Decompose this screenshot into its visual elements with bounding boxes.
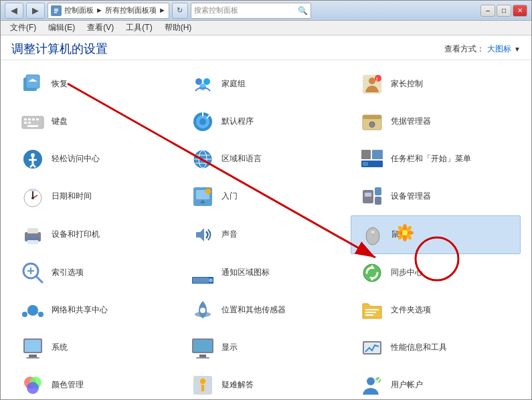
network-sharing-icon — [19, 297, 46, 324]
grid-item-color-mgmt[interactable]: 颜色管理 — [11, 367, 181, 399]
grid-scroll[interactable]: 恢复家庭组!家长控制键盘默认程序凭据管理器轻松访问中心区域和语言任务栏和「开始」… — [1, 60, 531, 399]
grid-item-intro[interactable]: 入门 — [181, 178, 351, 215]
system-icon — [19, 334, 46, 361]
menu-bar: 文件(F) 编辑(E) 查看(V) 工具(T) 帮助(H) — [1, 21, 531, 35]
grid-item-credentials[interactable]: 凭据管理器 — [351, 103, 521, 140]
refresh-button[interactable]: ↻ — [172, 3, 188, 19]
main-window: ◀ ▶ 控制面板 ► 所有控制面板项 ► ↻ 搜索控制面板 🔍 – □ ✕ — [0, 0, 532, 400]
grid-item-performance[interactable]: 性能信息和工具 — [351, 329, 521, 367]
grid-item-taskbar-start[interactable]: 任务栏和「开始」菜单 — [351, 140, 521, 178]
svg-point-108 — [200, 379, 205, 384]
svg-rect-46 — [29, 189, 36, 191]
grid-item-user-accounts[interactable]: 用户帐户 — [351, 367, 521, 399]
svg-rect-97 — [26, 357, 39, 359]
title-bar: ◀ ▶ 控制面板 ► 所有控制面板项 ► ↻ 搜索控制面板 🔍 – □ ✕ — [1, 1, 531, 21]
taskbar-start-icon — [359, 146, 385, 173]
svg-rect-58 — [27, 228, 38, 233]
grid-item-label-notify-icons: 通知区域图标 — [221, 268, 270, 278]
svg-rect-17 — [36, 118, 39, 120]
grid-item-sync-center[interactable]: 同步中心 — [351, 254, 521, 292]
minimize-button[interactable]: – — [480, 5, 495, 17]
svg-point-7 — [203, 78, 210, 85]
grid-item-label-devices-printers: 设备和打印机 — [52, 229, 100, 240]
svg-rect-93 — [365, 314, 373, 316]
svg-rect-60 — [26, 237, 39, 240]
grid-item-location-sensors[interactable]: 位置和其他传感器 — [181, 292, 351, 329]
svg-rect-1 — [54, 9, 58, 10]
view-label: 查看方式： — [444, 43, 484, 55]
close-button[interactable]: ✕ — [513, 5, 527, 17]
svg-point-90 — [200, 308, 205, 313]
back-button[interactable]: ◀ — [5, 3, 23, 19]
grid-item-label-default-programs: 默认程序 — [221, 116, 254, 127]
svg-rect-20 — [27, 125, 38, 127]
svg-point-49 — [31, 197, 34, 199]
grid-item-datetime[interactable]: 日期和时间 — [11, 178, 181, 215]
svg-rect-42 — [361, 150, 371, 159]
menu-edit[interactable]: 编辑(E) — [43, 21, 80, 35]
grid-item-devices-printers[interactable]: 设备和打印机 — [11, 215, 181, 254]
grid-item-mouse[interactable]: 鼠标 — [351, 215, 521, 254]
forward-button[interactable]: ▶ — [26, 3, 45, 19]
menu-file[interactable]: 文件(F) — [5, 21, 41, 35]
svg-point-10 — [369, 78, 375, 84]
mouse-icon — [359, 221, 386, 248]
svg-line-75 — [36, 276, 42, 282]
grid-item-index[interactable]: 索引选项 — [11, 254, 181, 292]
performance-icon — [359, 334, 385, 361]
menu-view[interactable]: 查看(V) — [82, 21, 119, 35]
svg-point-73 — [402, 230, 408, 235]
address-bar[interactable]: 控制面板 ► 所有控制面板项 ► — [48, 3, 169, 19]
svg-rect-55 — [375, 197, 381, 205]
svg-rect-29 — [371, 125, 373, 128]
grid-item-device-manager[interactable]: 设备管理器 — [351, 178, 521, 215]
grid-item-parental[interactable]: !家长控制 — [351, 66, 521, 103]
svg-point-23 — [199, 118, 206, 125]
grid-item-homegroup[interactable]: 家庭组 — [181, 66, 351, 103]
grid-item-notify-icons[interactable]: 通知区域图标 — [181, 254, 351, 292]
svg-point-85 — [22, 312, 27, 317]
intro-icon — [189, 183, 216, 210]
grid-item-ease-access[interactable]: 轻松访问中心 — [11, 140, 181, 178]
grid-item-keyboard[interactable]: 键盘 — [11, 103, 181, 140]
grid-item-label-location-sensors: 位置和其他传感器 — [221, 305, 286, 316]
control-panel-grid: 恢复家庭组!家长控制键盘默认程序凭据管理器轻松访问中心区域和语言任务栏和「开始」… — [11, 66, 521, 399]
grid-item-restore[interactable]: 恢复 — [11, 66, 181, 103]
titlebar-controls: – □ ✕ — [480, 5, 527, 17]
maximize-button[interactable]: □ — [497, 5, 511, 17]
notify-icons-icon — [189, 260, 216, 286]
grid-item-region-lang[interactable]: 区域和语言 — [181, 140, 351, 178]
svg-point-86 — [38, 312, 43, 317]
svg-rect-54 — [375, 187, 381, 195]
svg-point-106 — [27, 382, 39, 394]
svg-rect-56 — [365, 193, 371, 197]
svg-rect-2 — [54, 10, 58, 11]
menu-help[interactable]: 帮助(H) — [159, 21, 197, 35]
grid-item-label-troubleshoot: 疑难解答 — [221, 380, 254, 391]
title-bar-left: ◀ ▶ 控制面板 ► 所有控制面板项 ► ↻ 搜索控制面板 🔍 — [5, 3, 311, 19]
grid-item-troubleshoot[interactable]: 疑难解答 — [181, 367, 351, 399]
grid-item-label-ease-access: 轻松访问中心 — [52, 154, 100, 165]
address-icon — [51, 5, 62, 16]
menu-tools[interactable]: 工具(T) — [120, 21, 157, 35]
grid-item-default-programs[interactable]: 默认程序 — [181, 103, 351, 140]
search-bar[interactable]: 搜索控制面板 🔍 — [191, 3, 311, 19]
view-dropdown-arrow[interactable]: ▼ — [514, 45, 521, 53]
page-title: 调整计算机的设置 — [11, 41, 108, 57]
content-header: 调整计算机的设置 查看方式： 大图标 ▼ — [1, 35, 531, 60]
grid-item-folder-options[interactable]: 文件夹选项 — [351, 292, 521, 329]
svg-point-84 — [27, 305, 38, 316]
grid-item-label-sound: 声音 — [221, 229, 238, 240]
grid-item-system[interactable]: 系统 — [11, 329, 181, 367]
grid-item-sound[interactable]: 声音 — [181, 215, 351, 254]
parental-icon: ! — [359, 71, 385, 98]
grid-item-display[interactable]: 显示 — [181, 329, 351, 367]
view-value-link[interactable]: 大图标 — [487, 43, 511, 55]
view-options: 查看方式： 大图标 ▼ — [444, 43, 521, 55]
svg-rect-18 — [24, 122, 27, 124]
grid-item-label-system: 系统 — [52, 342, 68, 353]
grid-item-label-device-manager: 设备管理器 — [391, 191, 431, 202]
grid-item-network-sharing[interactable]: 网络和共享中心 — [11, 292, 181, 329]
datetime-icon — [19, 183, 46, 210]
svg-rect-16 — [32, 118, 35, 120]
